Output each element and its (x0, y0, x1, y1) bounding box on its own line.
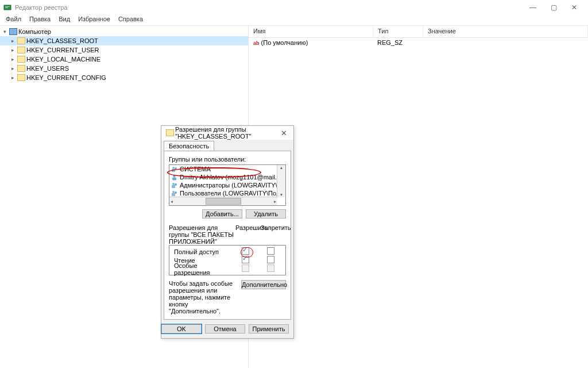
tree-label: HKEY_USERS (26, 65, 69, 72)
special-allow-checkbox (242, 264, 249, 272)
cell-value (422, 38, 588, 48)
svg-point-3 (172, 167, 175, 169)
cancel-button[interactable]: Отмена (205, 324, 245, 334)
tree-node-hkcr[interactable]: ▸ HKEY_CLASSES_ROOT (0, 36, 248, 45)
svg-point-8 (172, 183, 175, 185)
person-icon (171, 174, 177, 181)
expand-icon[interactable]: ▸ (9, 66, 16, 71)
svg-rect-1 (5, 6, 10, 7)
read-allow-checkbox[interactable] (242, 256, 249, 263)
tree-label: HKEY_CLASSES_ROOT (26, 37, 98, 44)
special-deny-checkbox (267, 264, 274, 272)
menu-favorites[interactable]: Избранное (75, 15, 114, 25)
expand-icon[interactable]: ▸ (9, 38, 16, 44)
menu-bar: Файл Правка Вид Избранное Справка (0, 15, 588, 25)
expand-icon[interactable]: ▸ (9, 75, 16, 80)
column-type[interactable]: Тип (373, 26, 423, 37)
full-deny-checkbox[interactable] (267, 247, 274, 255)
tree-node-hku[interactable]: ▸ HKEY_USERS (0, 64, 248, 73)
svg-point-10 (175, 183, 177, 186)
user-label: Администраторы (LOWGRAVITY\Администратор… (180, 182, 285, 189)
user-item-system[interactable]: СИСТЕМА (169, 165, 285, 173)
cell-type: REG_SZ (373, 38, 422, 48)
tree-node-hkcc[interactable]: ▸ HKEY_CURRENT_CONFIG (0, 73, 248, 82)
user-label: Пользователи (LOWGRAVITY\Пользователи) (180, 190, 285, 197)
collapse-icon[interactable]: ▾ (1, 29, 8, 34)
menu-file[interactable]: Файл (2, 15, 25, 25)
menu-edit[interactable]: Правка (26, 15, 54, 25)
dialog-close-button[interactable]: ✕ (278, 129, 290, 137)
group-icon (171, 182, 177, 189)
users-listbox[interactable]: СИСТЕМА Dmitry Akhlatov (mozg1101@mail.r… (169, 164, 286, 206)
group-icon (171, 190, 177, 197)
users-scrollbar-vertical[interactable]: ▴▾ (277, 165, 285, 197)
value-list: Имя Тип Значение ab (По умолчанию) REG_S… (249, 26, 588, 368)
add-button[interactable]: Добавить... (202, 209, 242, 218)
expand-icon[interactable]: ▸ (9, 47, 16, 53)
scroll-right-icon[interactable]: ▸ (274, 199, 276, 204)
column-value[interactable]: Значение (423, 26, 588, 37)
scroll-down-icon[interactable]: ▾ (280, 192, 283, 197)
perm-row-full: Полный доступ (172, 247, 283, 256)
window-close-button[interactable]: ✕ (564, 2, 585, 13)
dialog-title: Разрешения для группы "HKEY_CLASSES_ROOT… (175, 126, 278, 140)
ok-button[interactable]: OK (161, 324, 202, 334)
permissions-dialog: Разрешения для группы "HKEY_CLASSES_ROOT… (161, 125, 294, 339)
scroll-up-icon[interactable]: ▴ (280, 165, 283, 170)
window-maximize-button[interactable]: ▢ (543, 2, 564, 13)
users-scrollbar-horizontal[interactable]: ◂▸ (169, 197, 277, 205)
column-name[interactable]: Имя (249, 26, 373, 37)
tree-node-hklm[interactable]: ▸ HKEY_LOCAL_MACHINE (0, 55, 248, 64)
folder-icon (17, 56, 25, 63)
user-item-users[interactable]: Пользователи (LOWGRAVITY\Пользователи) (169, 189, 285, 197)
folder-icon (17, 74, 25, 81)
apply-button[interactable]: Применить (249, 324, 289, 334)
cell-text: (По умолчанию) (261, 39, 308, 46)
tree-label: HKEY_CURRENT_CONFIG (26, 74, 106, 81)
list-header: Имя Тип Значение (249, 26, 588, 38)
svg-rect-9 (172, 185, 175, 188)
group-icon (171, 166, 177, 172)
advanced-hint: Чтобы задать особые разрешения или парам… (169, 280, 237, 315)
tab-security[interactable]: Безопасность (164, 141, 214, 151)
svg-rect-12 (172, 193, 175, 196)
folder-icon (17, 37, 25, 44)
window-titlebar: Редактор реестра — ▢ ✕ (0, 0, 588, 15)
folder-icon (166, 129, 174, 136)
app-icon (3, 3, 11, 12)
advanced-button[interactable]: Дополнительно (241, 280, 286, 289)
full-allow-checkbox[interactable] (242, 247, 249, 255)
svg-rect-7 (172, 177, 176, 180)
scroll-left-icon[interactable]: ◂ (171, 199, 173, 204)
user-item-owner[interactable]: Dmitry Akhlatov (mozg1101@mail.ru) (169, 173, 285, 181)
tree-label: Компьютер (18, 28, 51, 35)
tree-node-computer[interactable]: ▾ Компьютер (0, 27, 248, 36)
tree-node-hkcu[interactable]: ▸ HKEY_CURRENT_USER (0, 45, 248, 55)
groups-users-label: Группы или пользователи: (169, 156, 286, 163)
computer-icon (9, 28, 17, 35)
cell-name: ab (По умолчанию) (249, 38, 373, 48)
list-row-default[interactable]: ab (По умолчанию) REG_SZ (249, 38, 588, 48)
tree-label: HKEY_CURRENT_USER (26, 47, 99, 53)
string-icon: ab (253, 40, 260, 46)
expand-icon[interactable]: ▸ (9, 56, 16, 62)
permissions-list: Полный доступ Чтение Особые разрешения (169, 245, 286, 275)
menu-help[interactable]: Справка (115, 15, 146, 25)
allow-header: Разрешить (235, 224, 261, 245)
read-deny-checkbox[interactable] (267, 256, 274, 263)
scroll-thumb[interactable] (206, 198, 241, 205)
svg-point-13 (175, 191, 177, 194)
remove-button[interactable]: Удалить (246, 209, 286, 218)
tab-body-security: Группы или пользователи: СИСТЕМА Dmitry … (164, 151, 291, 320)
perm-label: Особые разрешения (172, 262, 233, 276)
user-label: Dmitry Akhlatov (mozg1101@mail.ru) (180, 174, 284, 181)
window-minimize-button[interactable]: — (523, 2, 543, 13)
dialog-titlebar[interactable]: Разрешения для группы "HKEY_CLASSES_ROOT… (161, 126, 293, 140)
menu-view[interactable]: Вид (55, 15, 74, 25)
svg-rect-4 (172, 169, 175, 172)
permissions-for-label: Разрешения для группы "ВСЕ ПАКЕТЫ ПРИЛОЖ… (169, 224, 235, 245)
svg-rect-2 (5, 7, 8, 8)
perm-row-special: Особые разрешения (172, 264, 283, 273)
user-item-admins[interactable]: Администраторы (LOWGRAVITY\Администратор… (169, 181, 285, 189)
svg-point-6 (173, 174, 176, 177)
